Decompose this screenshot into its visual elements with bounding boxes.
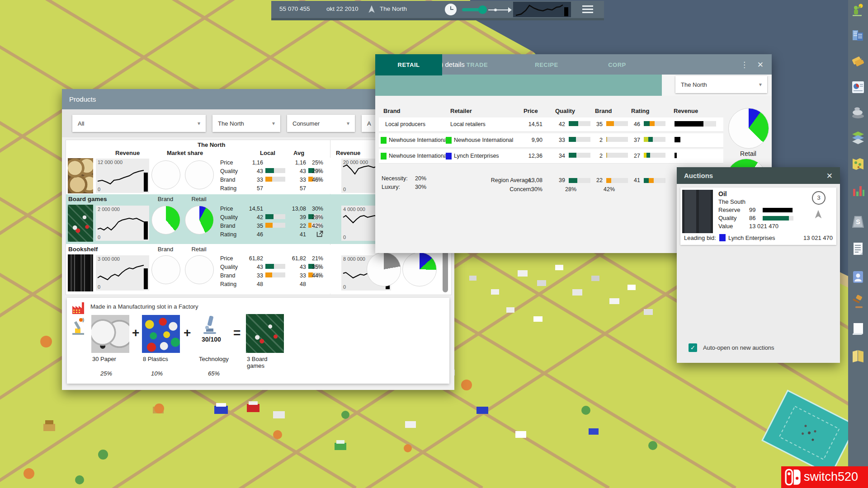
- details-region-dropdown[interactable]: The North▾: [675, 76, 767, 93]
- gavel-icon[interactable]: [851, 295, 865, 310]
- open-details-icon[interactable]: [316, 230, 324, 238]
- region-map-icon[interactable]: [851, 156, 865, 172]
- retail-pie-empty: [185, 255, 214, 284]
- product-image-canned-goods: [68, 158, 93, 193]
- auto-open-label[interactable]: Auto-open on new auctions: [703, 344, 774, 351]
- brand-share-pie: [151, 206, 180, 235]
- tech-value: 30/100: [202, 336, 221, 343]
- tab-trade[interactable]: TRADE: [442, 54, 512, 75]
- retail-table-row[interactable]: Local producers Local retailers 14,51 42…: [379, 117, 723, 132]
- concern-quality: 28%: [565, 186, 576, 192]
- location-arrow-icon[interactable]: [367, 5, 376, 14]
- retail-pie-empty: [185, 160, 214, 189]
- recipe-header: Made in a Manufacturing slot in a Factor…: [90, 303, 198, 310]
- ingredient-image-plastics: [142, 315, 180, 353]
- svg-text:S: S: [856, 218, 860, 225]
- avg-brand: 22: [588, 177, 603, 183]
- bank-icon[interactable]: S: [851, 214, 865, 230]
- revenue-bar: [675, 153, 716, 158]
- newspaper-icon[interactable]: [851, 322, 865, 337]
- output-image-board-games: [246, 314, 284, 353]
- watermark-banner: switch520: [781, 466, 868, 488]
- money-display: 55 070 455: [279, 5, 310, 12]
- pie-label-retail: Retail: [185, 196, 213, 202]
- output-label-line2: games: [247, 362, 264, 369]
- minimap-chart[interactable]: [513, 2, 571, 17]
- contracts-icon[interactable]: [851, 241, 865, 257]
- layers-icon[interactable]: [851, 130, 865, 145]
- retail-table-row[interactable]: Newhouse International Lynch Enterprises…: [379, 149, 723, 164]
- revenue-sparkline: 3 000 0000: [96, 255, 149, 291]
- game-speed-knob[interactable]: [478, 5, 487, 14]
- table-group-header: The North: [198, 141, 225, 148]
- auto-open-checkbox[interactable]: ✓: [689, 343, 697, 352]
- brand-color-chip: [381, 137, 387, 144]
- switch-logo: [784, 468, 802, 486]
- col-revenue2: Revenue: [336, 150, 360, 156]
- col-revenue: Revenue: [115, 150, 140, 156]
- goto-location-icon[interactable]: [813, 209, 823, 219]
- city-buildings-icon[interactable]: [851, 28, 865, 43]
- dcol-revenue: Revenue: [674, 108, 698, 114]
- col-avg: Avg: [293, 150, 304, 156]
- quality-bar: [763, 216, 793, 221]
- price-tags-icon[interactable]: [851, 53, 865, 69]
- reserve-value: 99: [749, 206, 755, 213]
- chevron-down-icon: ▾: [759, 81, 762, 88]
- stat-label: Price: [220, 160, 233, 166]
- col-local: Local: [260, 150, 275, 156]
- necessity-label: Necessity:: [382, 175, 408, 182]
- top-bar-edge: [271, 18, 604, 20]
- atlas-map-icon[interactable]: [851, 349, 865, 364]
- recipe-equals: =: [233, 326, 241, 340]
- product-filter-dropdown[interactable]: All▾: [72, 115, 206, 132]
- revenue-bar: [675, 121, 716, 127]
- ingredient-label: 30 Paper: [92, 356, 116, 362]
- market-report-icon[interactable]: [851, 80, 865, 95]
- auctions-window-header[interactable]: Auctions ✕: [677, 167, 840, 184]
- tab-retail[interactable]: RETAIL: [375, 54, 442, 75]
- close-icon[interactable]: ✕: [826, 171, 833, 181]
- chevron-down-icon: ▾: [347, 120, 349, 127]
- auction-card[interactable]: Oil The South Reserve 99 Quality 86 Valu…: [680, 188, 836, 245]
- stats-bars-icon[interactable]: [851, 183, 865, 199]
- region-filter-dropdown[interactable]: The North▾: [212, 115, 280, 132]
- retail-table-row[interactable]: Newhouse International Newhouse Internat…: [379, 133, 723, 148]
- auction-item-region: The South: [718, 198, 745, 205]
- col-market-share: Market share: [167, 150, 203, 156]
- region-avg-label: Region Average:: [466, 177, 533, 183]
- dcol-rating: Rating: [631, 108, 649, 114]
- tab-corp[interactable]: CORP: [581, 54, 653, 75]
- quality-value: 86: [749, 215, 755, 221]
- recipe-plus2: +: [184, 326, 191, 340]
- pie-label-retail: Retail: [185, 246, 213, 253]
- game-screen: { "icons": {"close":"✕","menu_dots":"⋮",…: [0, 0, 868, 488]
- luxury-label: Luxury:: [382, 184, 400, 190]
- market-pie-gray: [367, 252, 401, 286]
- top-bar-region[interactable]: The North: [380, 5, 407, 12]
- ingredient-pct: 25%: [100, 370, 112, 377]
- ingredient-pct: 65%: [208, 370, 220, 377]
- trader-icon[interactable]: [851, 3, 865, 18]
- robot-arm-icon: [69, 317, 88, 337]
- dcol-brand2: Brand: [595, 108, 612, 114]
- retail-pie-label: Retail: [728, 150, 768, 157]
- recipe-card: Made in a Manufacturing slot in a Factor…: [67, 298, 449, 384]
- quality-label: Quality: [718, 215, 736, 221]
- value-label: Value: [718, 223, 733, 230]
- segment-filter-dropdown[interactable]: Consumer▾: [287, 115, 355, 132]
- window-menu-icon[interactable]: ⋮: [741, 60, 748, 70]
- market-pie-blue-green: [402, 252, 437, 286]
- microscope-icon: [200, 314, 220, 335]
- hamburger-menu-icon[interactable]: [582, 5, 593, 14]
- avg-quality: 39: [551, 177, 565, 183]
- retail-share-pie-large: [728, 108, 769, 149]
- pie-label-brand: Brand: [151, 246, 179, 253]
- date-display: okt 22 2010: [326, 5, 359, 12]
- speed-steps[interactable]: [487, 5, 513, 14]
- close-icon[interactable]: ✕: [757, 60, 764, 70]
- contacts-icon[interactable]: [851, 269, 865, 285]
- tab-recipe[interactable]: RECIPE: [512, 54, 581, 75]
- pie-label-brand: Brand: [151, 196, 179, 202]
- resources-icon[interactable]: [851, 105, 865, 120]
